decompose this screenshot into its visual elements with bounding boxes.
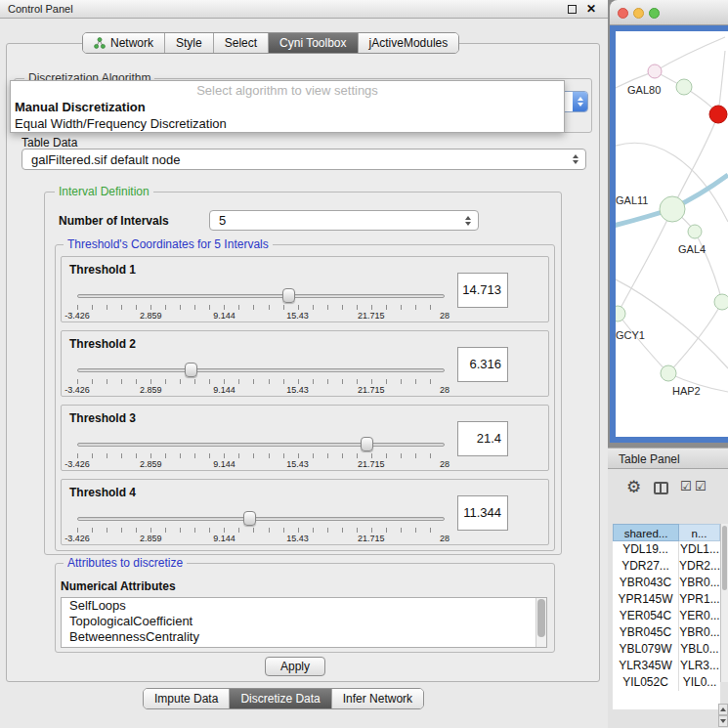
scale-tick-label: 15.43: [286, 385, 309, 395]
table-cell[interactable]: YLR3...: [679, 658, 720, 674]
tab-infer-network[interactable]: Infer Network: [332, 689, 423, 708]
network-node[interactable]: [661, 365, 676, 381]
tab-cyni-toolbox[interactable]: Cyni Toolbox: [269, 33, 358, 53]
scroll-up-button[interactable]: [718, 704, 728, 715]
threshold-slider[interactable]: [77, 511, 445, 527]
list-item[interactable]: BetweennessCentrality: [62, 629, 546, 645]
mac-zoom-icon[interactable]: [649, 8, 660, 19]
table-cell[interactable]: YDR27...: [613, 558, 679, 575]
table-row[interactable]: YBR045C YBR0...: [613, 624, 720, 641]
algorithm-combobox-fragment[interactable]: [561, 91, 588, 112]
network-view-frame: GAL80 GAL11 GAL4 GCY1 HAP2: [610, 25, 728, 443]
scale-tick-label: 2.859: [140, 385, 162, 395]
network-node[interactable]: [688, 225, 702, 238]
list-scrollbar[interactable]: [535, 598, 546, 647]
table-row[interactable]: YDR27... YDR2...: [613, 558, 720, 575]
list-item[interactable]: TopologicalCoefficient: [62, 614, 546, 629]
table-cell[interactable]: YBR0...: [679, 624, 720, 641]
network-canvas[interactable]: GAL80 GAL11 GAL4 GCY1 HAP2: [616, 31, 728, 437]
tab-jactivemodules[interactable]: jActiveModules: [359, 33, 459, 53]
scrollbar-thumb[interactable]: [537, 599, 545, 637]
network-node[interactable]: [676, 79, 692, 95]
table-cell[interactable]: YIL052C: [613, 674, 679, 691]
table-row[interactable]: YBR043C YBR0...: [613, 575, 720, 591]
gear-icon[interactable]: ⚙: [626, 477, 641, 496]
threshold-slider[interactable]: [77, 437, 445, 452]
close-icon[interactable]: ✕: [586, 2, 596, 16]
table-cell[interactable]: YPR145W: [613, 591, 679, 608]
slider-scale: -3.426 2.859 9.144 15.43 21.715 28: [77, 311, 445, 321]
network-node[interactable]: [616, 306, 625, 321]
scrollbar-thumb[interactable]: [722, 526, 727, 590]
tab-style[interactable]: Style: [165, 33, 214, 53]
interval-definition-title: Interval Definition: [55, 185, 153, 198]
network-node[interactable]: [714, 294, 728, 310]
table-scrollbar[interactable]: [720, 524, 728, 682]
slider-thumb[interactable]: [361, 437, 373, 451]
table-columns-icon[interactable]: [654, 482, 668, 494]
threshold-value-field[interactable]: 21.4: [457, 421, 508, 456]
table-cell[interactable]: YDL1...: [679, 541, 720, 558]
dropdown-option-equal-width[interactable]: Equal Width/Frequency Discretization: [15, 116, 227, 131]
combobox-stepper-icon[interactable]: [465, 216, 471, 226]
table-cell[interactable]: YLR345W: [613, 658, 679, 674]
slider-track[interactable]: [77, 517, 445, 521]
table-cell[interactable]: YBR043C: [613, 575, 679, 591]
threshold-value-field[interactable]: 6.316: [457, 347, 508, 382]
table-cell[interactable]: YBR0...: [679, 575, 720, 591]
combobox-stepper-icon[interactable]: [573, 154, 578, 164]
table-cell[interactable]: YIL0...: [679, 674, 720, 691]
table-data-combobox[interactable]: galFiltered.sif default node: [21, 149, 586, 170]
table-row[interactable]: YDL19... YDL1...: [613, 541, 720, 558]
tab-label: Impute Data: [154, 692, 218, 706]
threshold-value-field[interactable]: 14.713: [457, 273, 508, 308]
threshold-slider[interactable]: [77, 363, 445, 378]
slider-track[interactable]: [77, 294, 445, 298]
slider-thumb[interactable]: [185, 363, 197, 377]
slider-track[interactable]: [77, 368, 445, 372]
slider-thumb[interactable]: [243, 511, 256, 526]
threshold-value-field[interactable]: 11.344: [457, 495, 508, 531]
table-cell[interactable]: YBL0...: [679, 641, 720, 658]
mac-close-icon[interactable]: [618, 8, 628, 19]
table-row[interactable]: YER054C YER0...: [613, 608, 720, 624]
network-node[interactable]: [648, 64, 662, 78]
tab-discretize-data[interactable]: Discretize Data: [230, 689, 331, 708]
scale-tick-label: 2.859: [140, 459, 162, 469]
table-cell[interactable]: YDL19...: [613, 541, 679, 558]
column-header-shared-name[interactable]: shared...: [613, 524, 679, 541]
table-row[interactable]: YPR145W YPR1...: [613, 591, 720, 608]
table-row[interactable]: YBL079W YBL0...: [613, 641, 720, 658]
column-header-name[interactable]: n...: [679, 524, 720, 541]
table-row[interactable]: YLR345W YLR3...: [613, 658, 720, 674]
combobox-stepper-icon[interactable]: [573, 92, 587, 111]
dropdown-option-manual[interactable]: Manual Discretization: [15, 100, 146, 114]
threshold-slider[interactable]: [77, 288, 445, 304]
mac-minimize-icon[interactable]: [633, 8, 644, 19]
list-item[interactable]: SelfLoops: [62, 598, 546, 614]
network-node-selected[interactable]: [709, 106, 727, 123]
float-window-icon[interactable]: [568, 5, 577, 14]
node-label: GCY1: [616, 329, 645, 341]
attributes-list[interactable]: SelfLoops TopologicalCoefficient Between…: [61, 597, 547, 648]
table-cell[interactable]: YPR1...: [679, 591, 720, 608]
checkbox-icon[interactable]: ☑: [695, 479, 707, 493]
network-graph: GAL80 GAL11 GAL4 GCY1 HAP2: [616, 31, 728, 437]
slider-scale: -3.426 2.859 9.144 15.43 21.715 28: [77, 534, 445, 543]
slider-thumb[interactable]: [282, 288, 295, 303]
checkbox-icon[interactable]: ☑: [680, 479, 692, 493]
tab-select[interactable]: Select: [214, 33, 269, 53]
table-cell[interactable]: YBL079W: [613, 641, 679, 658]
table-row[interactable]: YIL052C YIL0...: [613, 674, 720, 691]
tab-network[interactable]: Network: [83, 33, 165, 53]
tab-impute-data[interactable]: Impute Data: [144, 689, 230, 708]
table-cell[interactable]: YER054C: [613, 608, 679, 624]
number-of-intervals-combobox[interactable]: 5: [209, 210, 479, 231]
scroll-down-button[interactable]: [718, 715, 728, 727]
table-cell[interactable]: YBR045C: [613, 624, 679, 641]
table-cell[interactable]: YDR2...: [679, 558, 720, 575]
network-node[interactable]: [660, 196, 685, 222]
apply-button[interactable]: Apply: [265, 657, 325, 676]
slider-track[interactable]: [77, 443, 445, 447]
table-cell[interactable]: YER0...: [679, 608, 720, 624]
